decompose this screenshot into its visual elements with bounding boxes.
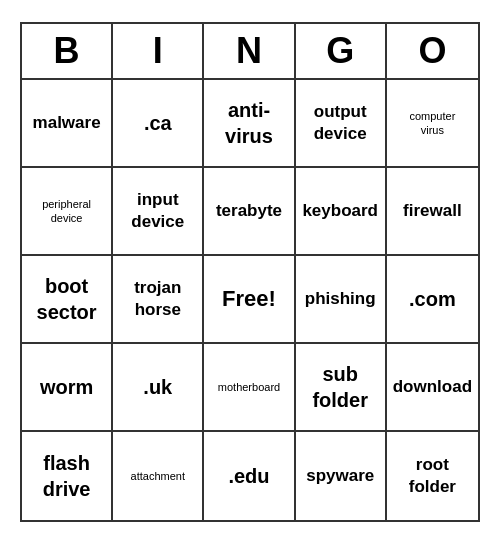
bingo-cell-14: .com [387,256,478,344]
bingo-cell-7: terabyte [204,168,295,256]
bingo-cell-9: firewall [387,168,478,256]
bingo-cell-19: download [387,344,478,432]
bingo-header: BINGO [22,24,478,80]
bingo-cell-6: input device [113,168,204,256]
bingo-cell-12: Free! [204,256,295,344]
header-letter-b: B [22,24,113,78]
bingo-cell-20: flash drive [22,432,113,520]
bingo-cell-8: keyboard [296,168,387,256]
bingo-cell-15: worm [22,344,113,432]
bingo-card: BINGO malware.caanti- virusoutput device… [20,22,480,522]
bingo-cell-21: attachment [113,432,204,520]
bingo-cell-10: boot sector [22,256,113,344]
bingo-cell-0: malware [22,80,113,168]
bingo-cell-23: spyware [296,432,387,520]
bingo-cell-16: .uk [113,344,204,432]
bingo-cell-4: computer virus [387,80,478,168]
bingo-cell-5: peripheral device [22,168,113,256]
bingo-grid: malware.caanti- virusoutput devicecomput… [22,80,478,520]
bingo-cell-1: .ca [113,80,204,168]
bingo-cell-3: output device [296,80,387,168]
bingo-cell-2: anti- virus [204,80,295,168]
header-letter-o: O [387,24,478,78]
bingo-cell-13: phishing [296,256,387,344]
header-letter-n: N [204,24,295,78]
bingo-cell-22: .edu [204,432,295,520]
header-letter-g: G [296,24,387,78]
bingo-cell-24: root folder [387,432,478,520]
bingo-cell-11: trojan horse [113,256,204,344]
header-letter-i: I [113,24,204,78]
bingo-cell-18: sub folder [296,344,387,432]
bingo-cell-17: motherboard [204,344,295,432]
